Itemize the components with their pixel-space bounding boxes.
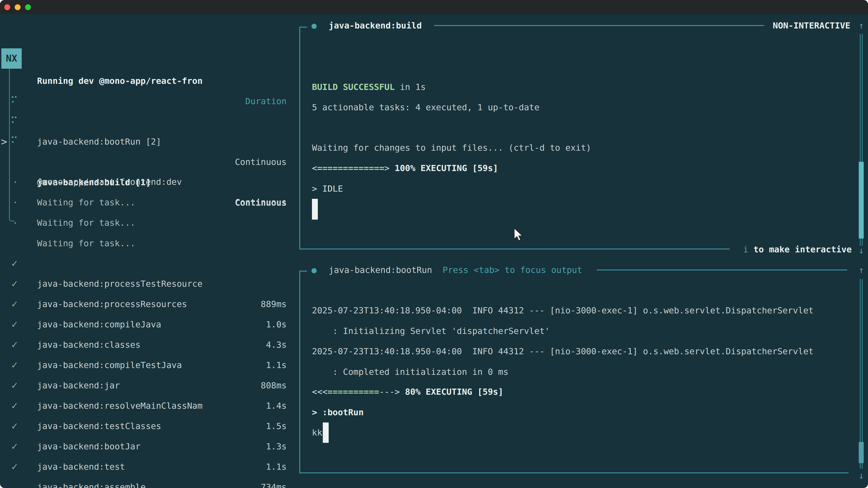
progress-bar-filled: ========== [328, 387, 379, 397]
task-row-waiting: · Waiting for task... [0, 172, 300, 192]
progress-bar-filled: ============= [317, 163, 384, 173]
typed-input[interactable]: kk [312, 422, 322, 443]
minimize-button-icon[interactable] [15, 4, 21, 10]
waiting-for-changes-line: Waiting for changes to input files... (c… [312, 138, 591, 158]
bottom-pane-title[interactable]: java-backend:bootRun [329, 260, 432, 280]
task-row-completed[interactable]: ✓ java-backend:processResources 1.0s [0, 253, 300, 273]
task-list-header: Running dev @mono-app/react-fron Duratio… [0, 51, 300, 71]
task-row-completed[interactable]: ✓ java-backend:test 734ms [0, 416, 300, 436]
bottom-pane-left-border [299, 271, 300, 473]
idle-line: > IDLE [312, 178, 343, 199]
task-row-completed[interactable]: ✓ java-backend:compileJava 4.3s [0, 273, 300, 294]
top-pane-left-border [299, 27, 300, 250]
interactive-hint-text: to make interactive [748, 245, 852, 254]
terminal-cursor [312, 199, 318, 220]
task-row-waiting: · Waiting for task... [0, 152, 300, 172]
log-line: 2025-07-23T13:40:18.950-04:00 INFO 44312… [312, 300, 813, 321]
close-button-icon[interactable] [4, 4, 10, 10]
bottom-pane-scrollbar-track[interactable] [860, 279, 863, 469]
task-row-running-selected[interactable]: > java-backend:build [1] Continuous [0, 111, 300, 131]
progress-bar-remaining: ---> [379, 387, 400, 397]
top-pane-bottom-border [299, 249, 730, 250]
task-row-running[interactable]: @mono-app/react-frontend:dev Continuous [0, 131, 300, 151]
task-list-panel: NX Running dev @mono-app/react-fron Dura… [0, 14, 300, 488]
bottom-pane-title-rule [597, 269, 847, 270]
pending-dot-icon: · [13, 213, 18, 233]
waiting-label: Waiting for task... [37, 213, 135, 233]
bottom-pane-bottom-border [299, 473, 848, 473]
task-list-title: Running dev @mono-app/react-fron [37, 71, 203, 91]
task-row-completed[interactable]: ✓ java-backend:jar 1.4s [0, 335, 300, 355]
top-pane-title[interactable]: java-backend:build [329, 15, 422, 36]
gradle-progress-line: <<<==========---> 80% EXECUTING [59s] [312, 382, 503, 402]
progress-bar-cap: < [312, 163, 317, 173]
progress-bar-cap: > [384, 163, 395, 173]
spinner-icon [12, 117, 17, 124]
top-pane-border-stub [299, 27, 307, 28]
pagination: ← 1/2 → [9, 483, 45, 488]
progress-bar-cap: <<< [312, 387, 328, 397]
top-pane-mode-badge: NON-INTERACTIVE [773, 15, 850, 36]
progress-label: 80% EXECUTING [59s] [405, 387, 503, 397]
build-status: BUILD SUCCESSFUL [312, 82, 395, 92]
interactive-hint-key: i [743, 245, 748, 254]
mouse-pointer-icon [514, 228, 524, 242]
task-row-waiting: · Waiting for task... [0, 193, 300, 213]
window-titlebar[interactable] [0, 0, 868, 14]
task-list-footer: ← 1/2 → quit: q help: ? [0, 463, 300, 483]
gradle-progress-line: <=============> 100% EXECUTING [59s] [312, 158, 498, 178]
task-row-completed[interactable]: ✓ java-backend:resolveMainClassNam 1.5s [0, 355, 300, 375]
task-row-completed[interactable]: ✓ java-backend:assemble 774ms [0, 436, 300, 457]
gradle-prompt-line: > :bootRun [312, 402, 364, 422]
task-row-running[interactable]: java-backend:bootRun [2] Continuous [0, 91, 300, 111]
terminal-window: NX Running dev @mono-app/react-fron Dura… [0, 0, 868, 488]
progress-label: 100% EXECUTING [59s] [395, 163, 498, 173]
bottom-pane-scrollbar-thumb[interactable] [859, 442, 864, 463]
focus-output-hint: Press <tab> to focus output [442, 260, 582, 280]
tasks-summary-line: 5 actionable tasks: 4 executed, 1 up-to-… [312, 97, 539, 118]
log-line: : Initializing Servlet 'dispatcherServle… [312, 321, 550, 341]
spinner-icon [12, 136, 17, 144]
terminal-cursor [323, 422, 329, 443]
task-row-completed[interactable]: ✓ java-backend:bootJar 1.1s [0, 396, 300, 416]
bottom-pane-border-stub [299, 271, 307, 271]
task-row-completed[interactable]: ✓ java-backend:classes 1.1s [0, 294, 300, 314]
progress-bar-cap [400, 387, 405, 397]
log-line: 2025-07-23T13:40:18.950-04:00 INFO 44312… [312, 341, 813, 361]
task-row-completed[interactable]: ✓ java-backend:compileTestJava 808ms [0, 314, 300, 335]
top-pane-title-rule [434, 25, 764, 26]
running-dot-icon: ● [311, 260, 317, 280]
top-pane-scrollbar-thumb[interactable] [859, 162, 864, 238]
interactive-hint: i to make interactive [743, 239, 852, 260]
build-result-line: BUILD SUCCESSFUL in 1s [312, 77, 426, 97]
zoom-button-icon[interactable] [25, 4, 31, 10]
log-line: : Completed initialization in 0 ms [312, 362, 508, 382]
spinner-icon [12, 96, 17, 104]
build-time: in 1s [395, 82, 426, 92]
scroll-up-arrow-icon[interactable]: ↑ [856, 260, 867, 280]
task-row-completed[interactable]: ✓ java-backend:testClasses 1.3s [0, 375, 300, 396]
task-row-completed[interactable]: ✓ java-backend:processTestResource 889ms [0, 233, 300, 253]
scroll-up-arrow-icon[interactable]: ↑ [856, 15, 867, 36]
running-dot-icon: ● [311, 15, 317, 36]
